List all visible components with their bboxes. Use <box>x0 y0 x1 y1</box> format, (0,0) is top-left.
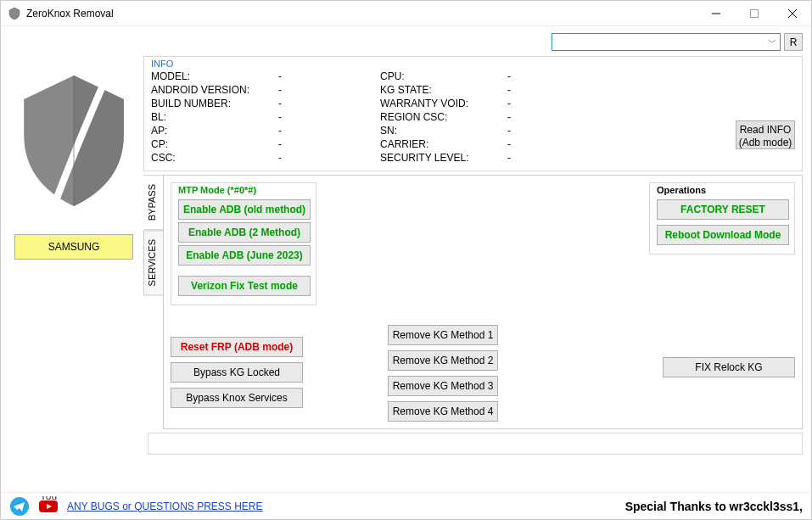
read-info-line1: Read INFO <box>740 124 792 136</box>
bugs-link[interactable]: ANY BUGS or QUESTIONS PRESS HERE <box>67 500 263 512</box>
tab-services[interactable]: SERVICES <box>143 230 164 295</box>
info-label: KG STATE: <box>380 84 507 96</box>
info-label: ANDROID VERSION: <box>151 84 278 96</box>
info-value: - <box>278 125 312 137</box>
tab-panel-row: BYPASS SERVICES MTP Mode (*#0*#) Enable … <box>143 175 803 429</box>
read-info-button[interactable]: Read INFO (Adb mode) <box>736 120 795 149</box>
info-value: - <box>507 125 541 137</box>
refresh-button[interactable]: R <box>784 33 803 51</box>
remove-kg-4-button[interactable]: Remove KG Method 4 <box>388 401 498 422</box>
top-row: ﹀ R <box>1 26 811 56</box>
mtp-legend: MTP Mode (*#0*#) <box>178 185 309 195</box>
remove-kg-2-button[interactable]: Remove KG Method 2 <box>388 350 498 371</box>
svg-rect-1 <box>750 9 758 17</box>
titlebar: ZeroKnox Removal <box>1 1 811 26</box>
samsung-button[interactable]: SAMSUNG <box>14 234 133 260</box>
bypass-kg-locked-button[interactable]: Bypass KG Locked <box>171 362 303 383</box>
info-value: - <box>278 138 312 150</box>
factory-reset-button[interactable]: FACTORY RESET <box>657 199 789 220</box>
read-info-line2: (Adb mode) <box>739 137 792 148</box>
svg-text:You: You <box>40 496 57 502</box>
info-value: - <box>278 70 312 82</box>
operations-group: Operations FACTORY RESET Reboot Download… <box>649 182 795 254</box>
info-label: REGION CSC: <box>380 111 507 123</box>
left-panel: SAMSUNG <box>9 56 138 429</box>
app-icon <box>8 7 21 20</box>
info-value: - <box>278 98 312 109</box>
info-left-table: MODEL:- ANDROID VERSION:- BUILD NUMBER:-… <box>151 70 312 164</box>
maximize-button[interactable] <box>735 1 773 26</box>
log-output <box>148 433 803 455</box>
reboot-download-button[interactable]: Reboot Download Mode <box>657 225 789 245</box>
info-label: CP: <box>151 138 278 150</box>
info-value: - <box>507 111 541 123</box>
info-label: CSC: <box>151 152 278 164</box>
info-label: CPU: <box>380 70 507 82</box>
reset-frp-button[interactable]: Reset FRP (ADB mode) <box>171 337 303 357</box>
info-value: - <box>507 152 541 164</box>
tab-bypass[interactable]: BYPASS <box>143 175 164 230</box>
info-value: - <box>278 152 312 164</box>
bypass-knox-button[interactable]: Bypass Knox Services <box>171 388 303 408</box>
enable-adb-2023-button[interactable]: Enable ADB (June 2023) <box>178 245 311 266</box>
info-value: - <box>507 138 541 150</box>
info-legend: INFO <box>151 59 795 69</box>
info-value: - <box>507 70 541 82</box>
info-group: INFO MODEL:- ANDROID VERSION:- BUILD NUM… <box>143 56 803 171</box>
info-label: AP: <box>151 125 278 137</box>
mtp-group: MTP Mode (*#0*#) Enable ADB (old method)… <box>171 182 316 305</box>
info-label: MODEL: <box>151 70 278 82</box>
youtube-icon[interactable]: You <box>38 496 59 517</box>
info-value: - <box>507 98 541 109</box>
remove-kg-1-button[interactable]: Remove KG Method 1 <box>388 325 498 345</box>
info-value: - <box>278 84 312 96</box>
telegram-icon[interactable] <box>9 496 30 517</box>
remove-kg-3-button[interactable]: Remove KG Method 3 <box>388 376 498 396</box>
minimize-button[interactable] <box>697 1 735 26</box>
fix-relock-kg-button[interactable]: FIX Relock KG <box>663 357 795 377</box>
info-label: BL: <box>151 111 278 123</box>
close-button[interactable] <box>773 1 811 26</box>
ops-legend: Operations <box>657 185 787 195</box>
verizon-fix-button[interactable]: Verizon Fix Test mode <box>178 276 311 296</box>
footer: You ANY BUGS or QUESTIONS PRESS HERE Spe… <box>1 492 811 519</box>
info-label: BUILD NUMBER: <box>151 98 278 109</box>
info-right-table: CPU:- KG STATE:- WARRANTY VOID:- REGION … <box>380 70 541 164</box>
info-label: WARRANTY VOID: <box>380 98 507 109</box>
window-title: ZeroKnox Removal <box>26 8 697 20</box>
info-label: SECURITY LEVEL: <box>380 152 507 164</box>
bottom-button-area: Reset FRP (ADB mode) Bypass KG Locked By… <box>171 337 498 422</box>
info-value: - <box>507 84 541 96</box>
port-combo[interactable]: ﹀ <box>552 33 781 51</box>
shield-logo <box>9 64 138 217</box>
thanks-text: Special Thanks to wr3cckl3ss1, <box>625 500 803 513</box>
vertical-tabs: BYPASS SERVICES <box>143 175 164 429</box>
enable-adb-old-button[interactable]: Enable ADB (old method) <box>178 199 311 220</box>
chevron-down-icon: ﹀ <box>768 36 776 48</box>
info-label: CARRIER: <box>380 138 507 150</box>
info-label: SN: <box>380 125 507 137</box>
bypass-tabpanel: MTP Mode (*#0*#) Enable ADB (old method)… <box>163 175 803 429</box>
info-value: - <box>278 111 312 123</box>
enable-adb-2-button[interactable]: Enable ADB (2 Method) <box>178 222 311 243</box>
